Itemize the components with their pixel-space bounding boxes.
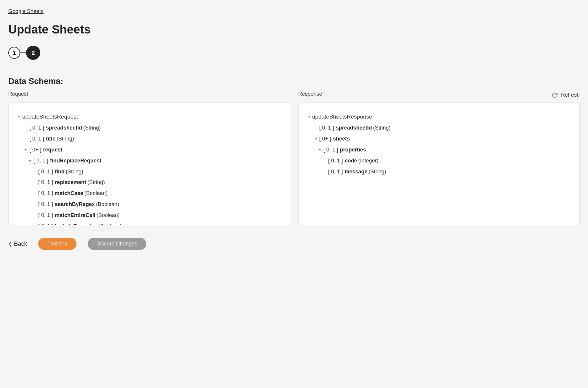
tree-row[interactable]: [ 0, 1 ] matchCase (Boolean) (16, 188, 283, 199)
chevron-down-icon (317, 148, 323, 152)
field-name: spreadsheetId (336, 124, 372, 132)
field-name: sheets (333, 135, 350, 143)
chevron-down-icon (313, 137, 319, 141)
tree-row[interactable]: [ 0+ ] request (16, 144, 283, 155)
cardinality: [ 0+ ] (29, 146, 41, 154)
field-type: (Boolean) (99, 222, 122, 225)
field-name: matchCase (55, 189, 83, 198)
tree-row[interactable]: [ 0, 1 ] find (String) (16, 166, 283, 177)
cardinality: [ 0+ ] (319, 135, 331, 143)
back-label: Back (14, 240, 27, 247)
cardinality: [ 0, 1 ] (38, 211, 53, 220)
cardinality: [ 0, 1 ] (323, 146, 338, 154)
tree-row-root[interactable]: updateSheetsResponse (306, 111, 573, 122)
response-title: Response (298, 91, 580, 97)
field-name: replacement (55, 178, 86, 187)
cardinality: [ 0, 1 ] (38, 178, 53, 187)
field-name: message (345, 167, 368, 176)
chevron-down-icon (306, 115, 312, 119)
field-name: code (345, 157, 357, 165)
cardinality: [ 0, 1 ] (328, 167, 343, 176)
field-type: (String) (66, 167, 83, 176)
cardinality: [ 0, 1 ] (328, 157, 343, 165)
field-type: (String) (373, 124, 391, 132)
tree-row[interactable]: [ 0, 1 ] message (String) (306, 166, 573, 177)
request-title: Request (8, 91, 290, 97)
tree-row[interactable]: [ 0, 1 ] title (String) (16, 133, 283, 144)
step-2[interactable]: 2 (26, 46, 40, 60)
field-type: (Boolean) (97, 211, 120, 220)
tree-row-root[interactable]: updateSheetsRequest (16, 111, 283, 122)
tree-row[interactable]: [ 0, 1 ] searchByRegex (Boolean) (16, 199, 283, 210)
cardinality: [ 0, 1 ] (38, 222, 53, 225)
tree-row[interactable]: [ 0+ ] sheets (306, 133, 573, 144)
field-type: (Boolean) (84, 189, 108, 198)
request-column: Request updateSheetsRequest [ 0, 1 ] spr… (8, 100, 290, 225)
cardinality: [ 0, 1 ] (38, 200, 53, 209)
chevron-down-icon (23, 148, 29, 152)
field-name: findReplaceRequest (50, 157, 101, 165)
breadcrumb: Google Sheets (8, 8, 580, 15)
field-name: spreadsheetId (46, 124, 82, 132)
field-name: request (43, 146, 63, 154)
response-column: Response updateSheetsResponse [ 0, 1 ] s… (298, 100, 580, 225)
cardinality: [ 0, 1 ] (319, 124, 334, 132)
finished-button[interactable]: Finished (38, 238, 76, 250)
tree-row[interactable]: [ 0, 1 ] matchEntireCell (Boolean) (16, 210, 283, 221)
page-title: Update Sheets (8, 23, 580, 36)
field-type: (String) (83, 124, 101, 132)
step-connector (20, 52, 26, 53)
footer: ❮ Back Finished Discard Changes (8, 238, 580, 250)
tree-row[interactable]: [ 0, 1 ] includeFormulas (Boolean) (16, 221, 283, 225)
cardinality: [ 0, 1 ] (29, 124, 44, 132)
chevron-down-icon (27, 159, 33, 163)
cardinality: [ 0, 1 ] (38, 167, 53, 176)
tree-row[interactable]: [ 0, 1 ] spreadsheetId (String) (16, 122, 283, 133)
cardinality: [ 0, 1 ] (33, 157, 48, 165)
cardinality: [ 0, 1 ] (38, 189, 53, 198)
field-name: searchByRegex (55, 200, 95, 209)
section-title: Data Schema: (8, 76, 580, 86)
field-type: (String) (369, 167, 386, 176)
field-name: find (55, 167, 65, 176)
response-card: updateSheetsResponse [ 0, 1 ] spreadshee… (298, 103, 580, 225)
field-type: (String) (57, 135, 74, 143)
breadcrumb-link[interactable]: Google Sheets (8, 8, 44, 14)
cardinality: [ 0, 1 ] (29, 135, 44, 143)
tree-row[interactable]: [ 0, 1 ] properties (306, 144, 573, 155)
tree-row[interactable]: [ 0, 1 ] code (Integer) (306, 155, 573, 166)
chevron-down-icon (16, 115, 22, 119)
field-name: title (46, 135, 55, 143)
tree-row[interactable]: [ 0, 1 ] replacement (String) (16, 177, 283, 188)
field-name: properties (340, 146, 366, 154)
field-type: (Integer) (358, 157, 379, 165)
back-button[interactable]: ❮ Back (8, 240, 27, 247)
discard-button[interactable]: Discard Changes (88, 238, 146, 250)
step-1[interactable]: 1 (8, 47, 20, 59)
tree-root-label: updateSheetsRequest (22, 112, 78, 121)
tree-row[interactable]: [ 0, 1 ] spreadsheetId (String) (306, 122, 573, 133)
chevron-left-icon: ❮ (8, 241, 12, 247)
request-card: updateSheetsRequest [ 0, 1 ] spreadsheet… (8, 103, 290, 225)
field-name: matchEntireCell (55, 211, 95, 220)
tree-root-label: updateSheetsResponse (312, 112, 372, 121)
field-type: (Boolean) (96, 200, 119, 209)
field-type: (String) (87, 178, 105, 187)
stepper: 1 2 (8, 46, 580, 60)
tree-row[interactable]: [ 0, 1 ] findReplaceRequest (16, 155, 283, 166)
field-name: includeFormulas (55, 222, 97, 225)
